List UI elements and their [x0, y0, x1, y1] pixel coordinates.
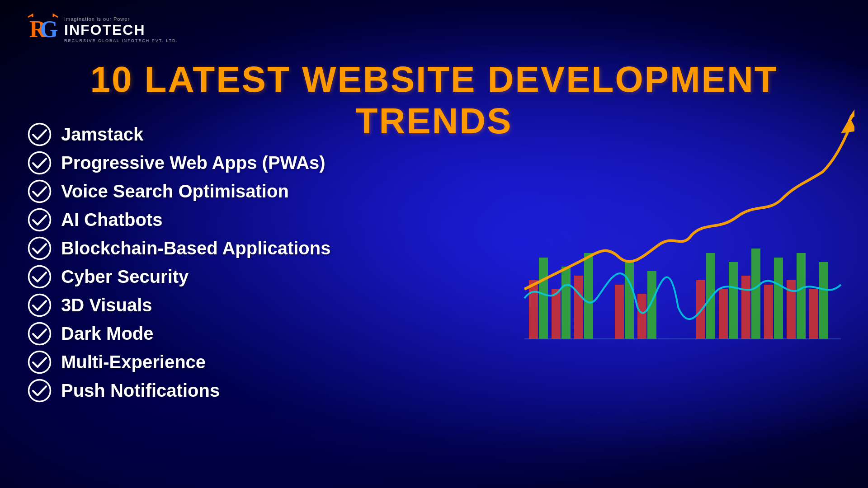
svg-point-4	[29, 181, 51, 202]
logo-text-block: Imagination is our Power INFOTECH RECURS…	[64, 16, 178, 43]
svg-rect-19	[625, 262, 634, 339]
svg-rect-16	[574, 276, 583, 339]
svg-rect-28	[764, 285, 773, 339]
trend-label: Cyber Security	[61, 267, 189, 287]
svg-rect-33	[819, 262, 828, 339]
check-icon	[27, 293, 52, 318]
svg-marker-37	[849, 104, 854, 117]
svg-point-6	[29, 238, 51, 259]
svg-marker-35	[841, 117, 854, 133]
trend-item: Blockchain-Based Applications	[27, 236, 330, 261]
logo-tagline: Imagination is our Power	[64, 16, 178, 22]
logo-area: R G Imagination is our Power INFOTECH RE…	[27, 14, 178, 45]
svg-point-5	[29, 209, 51, 231]
svg-point-11	[29, 380, 51, 402]
svg-rect-32	[809, 289, 818, 339]
check-icon	[27, 350, 52, 375]
trend-item: 3D Visuals	[27, 293, 330, 318]
trend-label: Dark Mode	[61, 324, 154, 344]
svg-point-9	[29, 323, 51, 345]
svg-rect-24	[719, 289, 728, 339]
check-icon	[27, 236, 52, 261]
trend-item: AI Chatbots	[27, 207, 330, 232]
svg-rect-31	[797, 253, 806, 339]
trend-label: Push Notifications	[61, 380, 220, 401]
trend-label: Blockchain-Based Applications	[61, 238, 330, 258]
svg-rect-27	[751, 249, 760, 339]
svg-point-2	[29, 124, 51, 145]
svg-point-3	[29, 152, 51, 174]
svg-rect-25	[729, 262, 738, 339]
check-icon	[27, 378, 52, 403]
svg-rect-29	[774, 258, 783, 339]
svg-rect-20	[637, 294, 646, 339]
svg-rect-26	[741, 276, 750, 339]
svg-rect-13	[539, 258, 548, 339]
trend-item: Progressive Web Apps (PWAs)	[27, 150, 330, 175]
check-icon	[27, 321, 52, 346]
svg-rect-21	[647, 271, 656, 339]
check-icon	[27, 264, 52, 289]
trends-list: JamstackProgressive Web Apps (PWAs)Voice…	[27, 122, 330, 403]
trend-item: Dark Mode	[27, 321, 330, 346]
svg-rect-12	[529, 280, 538, 339]
check-icon	[27, 150, 52, 175]
svg-rect-15	[561, 267, 571, 339]
trend-label: Jamstack	[61, 124, 143, 145]
trend-item: Jamstack	[27, 122, 330, 147]
trend-item: Multi-Experience	[27, 350, 330, 375]
logo-sub-text: RECURSIVE GLOBAL INFOTECH PVT. LTD.	[64, 38, 178, 43]
chart-area	[515, 90, 854, 407]
svg-point-8	[29, 295, 51, 316]
logo-main-text: INFOTECH	[64, 22, 178, 38]
svg-point-7	[29, 266, 51, 288]
svg-point-10	[29, 352, 51, 373]
svg-text:G: G	[40, 16, 58, 42]
svg-rect-17	[584, 253, 593, 339]
trend-label: Multi-Experience	[61, 352, 206, 372]
check-icon	[27, 179, 52, 204]
svg-rect-23	[706, 253, 715, 339]
svg-rect-18	[615, 285, 624, 339]
trend-label: 3D Visuals	[61, 295, 152, 315]
trend-label: Voice Search Optimisation	[61, 181, 289, 202]
svg-rect-14	[552, 289, 561, 339]
logo-icon: R G	[27, 14, 59, 45]
trend-item: Voice Search Optimisation	[27, 179, 330, 204]
trend-label: Progressive Web Apps (PWAs)	[61, 153, 326, 173]
trend-label: AI Chatbots	[61, 210, 162, 230]
check-icon	[27, 207, 52, 232]
trend-item: Push Notifications	[27, 378, 330, 403]
check-icon	[27, 122, 52, 147]
trend-item: Cyber Security	[27, 264, 330, 289]
